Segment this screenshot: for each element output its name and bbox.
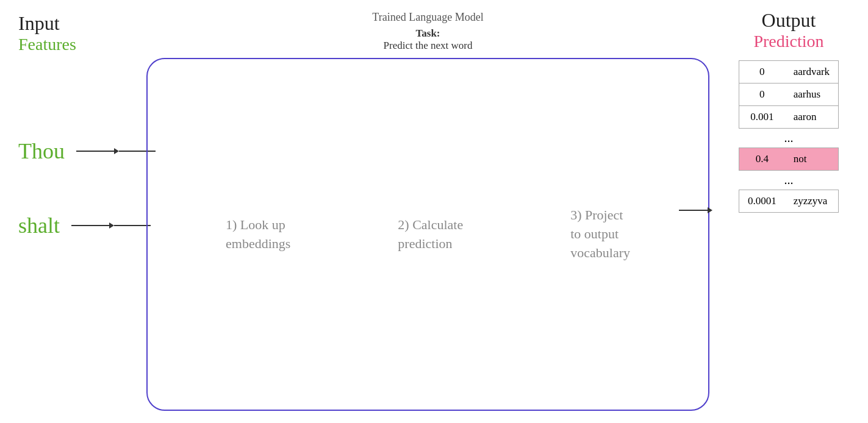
table-cell-word-last: zyzzyva (785, 190, 839, 213)
table-dots2: ... (739, 171, 838, 190)
table-dots: ... (739, 129, 838, 148)
table-cell-value: 0 (739, 61, 784, 84)
input-word-row-shalt: shalt (18, 213, 156, 238)
model-title: Trained Language Model (372, 11, 483, 24)
table-row-highlighted: 0.4 not (739, 148, 838, 171)
arrow-thou (77, 146, 156, 156)
table-cell-word: aarhus (785, 84, 839, 106)
table-row: 0 aardvark (739, 61, 838, 84)
output-title: Output (753, 9, 823, 32)
table-cell-word-highlighted: not (785, 148, 839, 171)
table-row: 0.001 aaron (739, 106, 838, 129)
input-word-shalt: shalt (18, 213, 60, 238)
model-step1: 1) Look upembeddings (226, 216, 290, 254)
model-task-desc: Predict the next word (384, 40, 473, 51)
table-row: 0 aarhus (739, 84, 838, 106)
table-row-last: 0.0001 zyzzyva (739, 190, 838, 213)
input-title: Input (18, 12, 76, 35)
model-header: Trained Language Model Task: Predict the… (372, 0, 483, 52)
table-row-dots: ... (739, 129, 838, 148)
table-cell-word: aardvark (785, 61, 839, 84)
table-cell-value-highlighted: 0.4 (739, 148, 784, 171)
model-task-label: Task: (415, 27, 440, 39)
table-cell-word: aaron (785, 106, 839, 129)
input-header: Input Features (18, 12, 76, 54)
input-word-thou: Thou (18, 138, 65, 164)
input-section: Input Features Thou shalt (0, 0, 122, 423)
model-step3: 3) Projectto outputvocabulary (570, 206, 630, 262)
model-section: Trained Language Model Task: Predict the… (146, 0, 709, 423)
model-output-arrow (679, 205, 712, 218)
table-row-dots2: ... (739, 171, 838, 190)
table-cell-value: 0 (739, 84, 784, 106)
main-container: Input Features Thou shalt (0, 0, 868, 423)
table-cell-value: 0.001 (739, 106, 784, 129)
model-task: Task: Predict the next word (372, 27, 483, 52)
arrow-shalt (72, 221, 151, 230)
input-subtitle: Features (18, 35, 76, 54)
input-words: Thou shalt (18, 138, 156, 238)
output-header: Output Prediction (753, 9, 823, 51)
output-table: 0 aardvark 0 aarhus 0.001 aaron ... 0.4 … (739, 60, 839, 213)
svg-marker-3 (109, 222, 114, 229)
output-section: Output Prediction 0 aardvark 0 aarhus 0.… (709, 0, 868, 423)
model-box: 1) Look upembeddings 2) Calculatepredict… (146, 58, 709, 411)
model-step2: 2) Calculateprediction (398, 216, 463, 254)
svg-marker-1 (114, 148, 119, 154)
table-cell-value-last: 0.0001 (739, 190, 784, 213)
output-subtitle: Prediction (753, 32, 823, 51)
input-word-row-thou: Thou (18, 138, 156, 164)
